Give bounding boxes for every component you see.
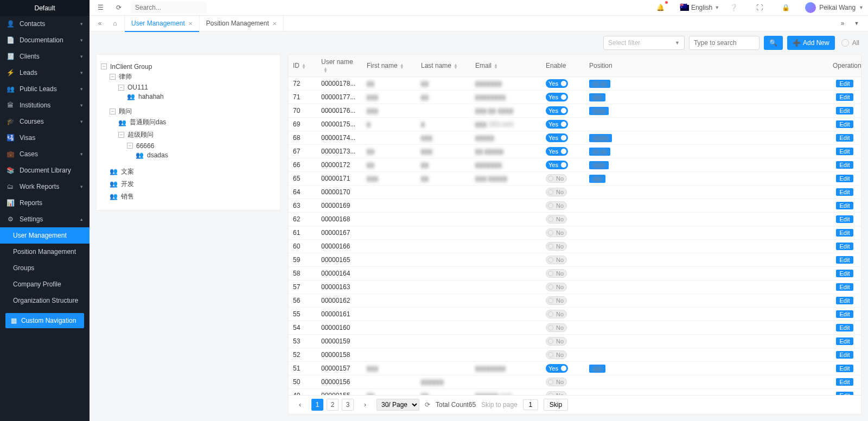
edit-button[interactable]: Edit [836,161,854,169]
tree-collapse-icon[interactable]: − [127,143,133,149]
tree-collapse-icon[interactable]: − [118,85,124,91]
enable-switch[interactable]: No [546,378,567,386]
th-email[interactable]: Email▲▼ [471,55,541,77]
page-size-select[interactable]: 30/ Page [376,399,419,411]
refresh-icon[interactable]: ⟳ [425,401,430,409]
collapse-sidebar-icon[interactable]: ☰ [94,1,107,14]
sidebar-subitem-position-management[interactable]: Position Management [0,244,90,260]
th-lastname[interactable]: Last name▲▼ [417,55,471,77]
close-icon[interactable]: ✕ [272,21,277,27]
edit-button[interactable]: Edit [836,188,854,196]
tree-node[interactable]: −顾问 [110,107,132,116]
position-tag[interactable]: ▮▮▮▮ [589,161,609,169]
tab-position-management[interactable]: Position Management✕ [200,16,284,31]
reload-icon[interactable]: ⟳ [112,1,125,14]
enable-switch[interactable]: Yes [546,147,568,156]
tree-node[interactable]: 👥dsadas [136,151,168,159]
th-username[interactable]: User name▲▼ [317,55,362,77]
edit-button[interactable]: Edit [836,378,854,386]
position-tag[interactable]: ▮▮▮ [589,365,605,373]
sidebar-item-institutions[interactable]: 🏛 Institutions ▾ [0,97,90,113]
enable-switch[interactable]: No [546,269,567,278]
sidebar-item-documentation[interactable]: 📄 Documentation ▾ [0,32,90,48]
tree-node[interactable]: −超级顾问 [118,130,154,139]
page-number-button[interactable]: 1 [311,399,323,411]
edit-button[interactable]: Edit [836,283,854,291]
position-tag[interactable]: ▮▮▮ [589,175,605,183]
enable-switch[interactable]: No [546,350,567,359]
home-tab-icon[interactable]: ⌂ [109,17,121,29]
sidebar-item-visas[interactable]: 🛂 Visas [0,130,90,146]
edit-button[interactable]: Edit [836,351,854,359]
skip-page-input[interactable] [523,399,538,410]
edit-button[interactable]: Edit [836,297,854,304]
tree-collapse-icon[interactable]: − [101,63,107,69]
sidebar-item-cases[interactable]: 💼 Cases ▾ [0,146,90,162]
enable-switch[interactable]: Yes [546,364,568,373]
position-tag[interactable]: ▮▮▮ [589,93,605,101]
sidebar-item-work-reports[interactable]: 🗂 Work Reports ▾ [0,178,90,195]
edit-button[interactable]: Edit [836,134,854,142]
search-button[interactable]: 🔍 [764,36,783,50]
filter-all-toggle[interactable]: All [839,39,859,47]
sidebar-subitem-company-profile[interactable]: Company Profile [0,276,90,292]
help-icon[interactable]: ❔ [727,1,740,14]
tree-node[interactable]: −66666 [127,142,154,150]
enable-switch[interactable]: Yes [546,161,568,169]
sidebar-item-public-leads[interactable]: 👥 Public Leads ▾ [0,81,90,97]
tree-node[interactable]: 👥hahahah [127,93,164,100]
tab-user-management[interactable]: User Management✕ [124,16,200,31]
enable-switch[interactable]: No [546,174,567,183]
edit-button[interactable]: Edit [836,175,854,182]
enable-switch[interactable]: No [546,310,567,318]
sidebar-subitem-organization-structure[interactable]: Organization Structure [0,292,90,309]
enable-switch[interactable]: No [546,296,567,305]
enable-switch[interactable]: No [546,391,567,395]
edit-button[interactable]: Edit [836,148,854,155]
enable-switch[interactable]: Yes [546,120,568,129]
tabs-menu-icon[interactable]: ▼ [850,16,864,30]
sidebar-subitem-user-management[interactable]: User Management [0,227,90,244]
tree-node[interactable]: 👥销售 [110,192,134,201]
edit-button[interactable]: Edit [836,80,854,87]
enable-switch[interactable]: Yes [546,79,568,88]
position-tag[interactable]: ▮▮▮▮ [589,107,609,115]
sidebar-item-courses[interactable]: 🎓 Courses ▾ [0,113,90,130]
enable-switch[interactable]: Yes [546,133,568,142]
enable-switch[interactable]: No [546,256,567,264]
close-icon[interactable]: ✕ [188,21,193,27]
position-tag[interactable]: ▮▮ ▮▮ [589,148,610,156]
tree-root[interactable]: − InClient Group [101,63,152,71]
tree-node[interactable]: 👥开发 [110,180,134,189]
tree-node[interactable]: −律师 [110,72,132,81]
enable-switch[interactable]: Yes [546,106,568,115]
sidebar-item-reports[interactable]: 📊 Reports [0,195,90,211]
lock-icon[interactable]: 🔒 [779,1,792,14]
custom-navigation-button[interactable]: ▦Custom Navigation [5,313,84,328]
edit-button[interactable]: Edit [836,120,854,128]
edit-button[interactable]: Edit [836,229,854,237]
edit-button[interactable]: Edit [836,310,854,318]
position-tag[interactable]: ▮▮ ▮▮ [589,80,610,88]
enable-switch[interactable]: No [546,323,567,332]
edit-button[interactable]: Edit [836,215,854,223]
edit-button[interactable]: Edit [836,256,854,264]
enable-switch[interactable]: No [546,228,567,237]
filter-select[interactable]: Select filter ▼ [603,36,685,50]
edit-button[interactable]: Edit [836,270,854,277]
edit-button[interactable]: Edit [836,107,854,114]
table-search-input[interactable] [689,36,760,50]
sidebar-item-leads[interactable]: ⚡ Leads ▾ [0,65,90,81]
tree-node[interactable]: 👥普通顾问das [118,118,166,127]
edit-button[interactable]: Edit [836,337,854,345]
tabs-scroll-right-icon[interactable]: » [835,16,850,30]
notification-bell-icon[interactable]: 🔔 [654,1,667,14]
sidebar-subitem-groups[interactable]: Groups [0,260,90,276]
edit-button[interactable]: Edit [836,202,854,209]
page-number-button[interactable]: 2 [327,399,339,411]
tabs-scroll-left-icon[interactable]: « [94,17,106,29]
sidebar-item-contacts[interactable]: 👤 Contacts ▾ [0,16,90,32]
enable-switch[interactable]: No [546,242,567,251]
th-id[interactable]: ID▲▼ [289,55,317,77]
enable-switch[interactable]: No [546,337,567,346]
